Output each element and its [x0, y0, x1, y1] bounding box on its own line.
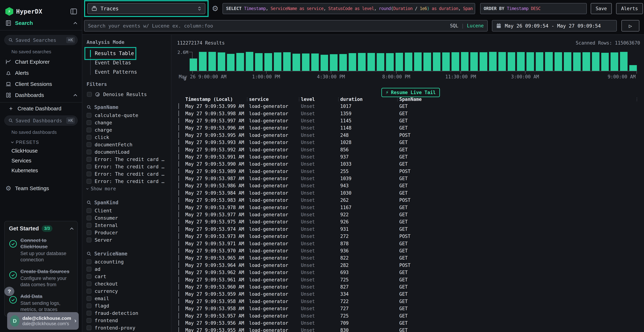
table-row[interactable]: May 27 9:09:53.958 AMload-generatorUnset… — [177, 298, 640, 305]
saved-searches-input[interactable]: Saved Searches ⌘K — [4, 35, 78, 45]
order-by-input[interactable]: ORDER BYTimestamp DESC — [480, 3, 587, 14]
expand-row-chevron-icon[interactable] — [178, 262, 179, 268]
denoise-results-checkbox[interactable]: Denoise Results — [87, 92, 168, 97]
table-row[interactable]: May 27 9:09:53.957 AMload-generatorUnset… — [177, 312, 640, 319]
checkbox[interactable] — [86, 260, 92, 264]
show-more-button[interactable]: Show more — [86, 185, 168, 192]
select-query-input[interactable]: SELECTTimestamp, ServiceName as service,… — [222, 3, 475, 14]
filter-option[interactable]: cart — [86, 273, 168, 280]
filter-option[interactable]: fraud-detection — [86, 310, 168, 317]
expand-row-chevron-icon[interactable] — [178, 197, 179, 203]
expand-row-chevron-icon[interactable] — [178, 118, 179, 124]
table-row[interactable]: May 27 9:09:53.990 AMload-generatorUnset… — [177, 160, 640, 168]
table-row[interactable]: May 27 9:09:53.995 AMload-generatorUnset… — [177, 132, 640, 139]
checkbox[interactable] — [86, 296, 92, 301]
sidebar-item-team-settings[interactable]: ⚙ Team Settings — [0, 183, 82, 194]
expand-row-chevron-icon[interactable] — [178, 248, 179, 254]
expand-row-chevron-icon[interactable] — [178, 183, 179, 188]
column-resize-handle[interactable]: ⋮ — [635, 97, 640, 102]
filter-option[interactable]: checkout — [86, 280, 168, 288]
user-menu[interactable]: D dale@clickhouse.com dale@clickhouse.co… — [7, 312, 79, 330]
table-row[interactable]: May 27 9:09:53.991 AMload-generatorUnset… — [177, 153, 640, 160]
source-settings-gear-icon[interactable]: ⚙ — [212, 5, 218, 12]
filter-option[interactable]: documentLoad — [86, 148, 168, 156]
column-header-duration[interactable]: ⋮duration — [340, 96, 399, 102]
column-resize-handle[interactable]: ⋮ — [336, 97, 340, 102]
table-row[interactable]: May 27 9:09:53.965 AMload-generatorUnset… — [177, 254, 640, 262]
expand-row-chevron-icon[interactable] — [178, 147, 179, 152]
mode-results-table[interactable]: Results Table — [86, 49, 168, 58]
event-search-input[interactable]: Search your events w/ Lucene ex. column:… — [84, 20, 488, 32]
table-row[interactable]: May 27 9:09:53.996 AMload-generatorUnset… — [177, 124, 640, 132]
table-row[interactable]: May 27 9:09:53.958 AMload-generatorUnset… — [177, 305, 640, 312]
expand-row-chevron-icon[interactable] — [178, 233, 179, 239]
alerts-button[interactable]: Alerts — [616, 3, 643, 14]
column-resize-handle[interactable]: ⋮ — [245, 97, 249, 102]
filter-group-spankind[interactable]: SpanKind — [86, 200, 168, 206]
table-row[interactable]: May 27 9:09:53.960 AMload-generatorUnset… — [177, 283, 640, 290]
filter-option[interactable]: Consumer — [86, 214, 168, 222]
column-header-timestamp-local-[interactable]: Timestamp (Local) — [185, 96, 249, 102]
checkbox[interactable] — [86, 326, 92, 330]
expand-row-chevron-icon[interactable] — [178, 240, 179, 246]
checkbox[interactable] — [86, 311, 92, 316]
time-range-picker[interactable]: May 26 09:09:54 - May 27 09:09:54 — [492, 20, 617, 32]
saved-dashboards-input[interactable]: Saved Dashboards ⌘K — [4, 116, 78, 126]
filter-group-spanname[interactable]: SpanName — [86, 104, 168, 110]
checkbox[interactable] — [86, 230, 92, 235]
sidebar-item-dashboards[interactable]: Dashboards — [0, 90, 82, 101]
checkbox[interactable] — [86, 304, 92, 308]
source-selector[interactable]: Traces — [87, 3, 205, 14]
filter-option[interactable]: Internal — [86, 222, 168, 229]
filter-group-servicename[interactable]: ServiceName — [86, 251, 168, 257]
table-row[interactable]: May 27 9:09:53.986 AMload-generatorUnset… — [177, 182, 640, 189]
table-row[interactable]: May 27 9:09:53.998 AMload-generatorUnset… — [177, 110, 640, 117]
table-row[interactable]: May 27 9:09:53.992 AMload-generatorUnset… — [177, 146, 640, 153]
filter-option[interactable]: calculate-quote — [86, 112, 168, 119]
table-row[interactable]: May 27 9:09:53.961 AMload-generatorUnset… — [177, 276, 640, 283]
sidebar-item-chart-explorer[interactable]: Chart Explorer — [0, 56, 82, 68]
get-started-step[interactable]: Create Data SourcesConfigure where your … — [9, 268, 73, 288]
table-row[interactable]: May 27 9:09:53.978 AMload-generatorUnset… — [177, 204, 640, 211]
resume-live-tail-button[interactable]: ⚡ Resume Live Tail — [382, 88, 440, 97]
table-row[interactable]: May 27 9:09:53.970 AMload-generatorUnset… — [177, 247, 640, 254]
filter-option[interactable]: documentFetch — [86, 141, 168, 148]
expand-row-chevron-icon[interactable] — [178, 320, 179, 326]
checkbox[interactable] — [86, 274, 92, 279]
get-started-step[interactable]: Add DataStart sending logs, metrics, or … — [9, 293, 73, 313]
table-row[interactable]: May 27 9:09:53.955 AMload-generatorUnset… — [177, 327, 640, 332]
table-row[interactable]: May 27 9:09:53.962 AMload-generatorUnset… — [177, 269, 640, 276]
table-row[interactable]: May 27 9:09:53.987 AMload-generatorUnset… — [177, 175, 640, 182]
table-row[interactable]: May 27 9:09:53.971 AMload-generatorUnset… — [177, 240, 640, 247]
table-row[interactable]: May 27 9:09:53.959 AMload-generatorUnset… — [177, 290, 640, 298]
table-row[interactable]: May 27 9:09:53.975 AMload-generatorUnset… — [177, 218, 640, 226]
column-header-spanname[interactable]: ⋮SpanName — [399, 96, 635, 102]
filter-option[interactable]: Error: The credit card … — [86, 178, 168, 185]
expand-row-chevron-icon[interactable] — [178, 154, 179, 160]
checkbox[interactable] — [86, 318, 92, 323]
filter-option[interactable]: Error: The credit card … — [86, 170, 168, 178]
filter-option[interactable]: frontend-proxy — [86, 324, 168, 332]
column-resize-handle[interactable]: ⋮ — [395, 97, 400, 102]
lucene-mode-toggle[interactable]: Lucene — [467, 23, 484, 28]
expand-row-chevron-icon[interactable] — [178, 168, 179, 174]
checkbox[interactable] — [86, 120, 92, 125]
filter-option[interactable]: flagd — [86, 302, 168, 310]
expand-row-chevron-icon[interactable] — [178, 298, 179, 304]
create-dashboard-button[interactable]: + Create Dashboard — [0, 102, 82, 114]
checkbox[interactable] — [86, 208, 92, 213]
expand-row-chevron-icon[interactable] — [178, 306, 179, 311]
filter-option[interactable]: Error: The credit card … — [86, 163, 168, 170]
presets-toggle[interactable]: PRESETS — [0, 136, 82, 146]
table-row[interactable]: May 27 9:09:53.956 AMload-generatorUnset… — [177, 320, 640, 327]
expand-row-chevron-icon[interactable] — [178, 212, 179, 217]
column-resize-handle[interactable]: ⋮ — [297, 97, 301, 102]
column-header-service[interactable]: ⋮service — [249, 96, 301, 102]
preset-services[interactable]: Services — [0, 156, 82, 166]
expand-row-chevron-icon[interactable] — [178, 226, 179, 232]
sidebar-item-search[interactable]: Search — [0, 18, 82, 28]
table-row[interactable]: May 27 9:09:53.973 AMload-generatorUnset… — [177, 233, 640, 240]
checkbox[interactable] — [86, 164, 92, 169]
expand-row-chevron-icon[interactable] — [178, 277, 179, 282]
preset-kubernetes[interactable]: Kubernetes — [0, 166, 82, 176]
